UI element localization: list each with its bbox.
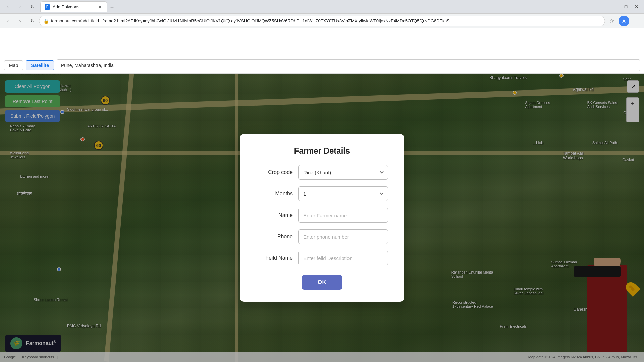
phone-row: Phone xyxy=(256,229,388,244)
crop-code-label: Crop code xyxy=(256,169,293,175)
browser-chrome: ‹ › ↻ P Add Polygons ✕ + ─ □ ✕ ‹ › ↻ 🔒 xyxy=(0,0,644,28)
nav-forward-btn[interactable]: › xyxy=(15,16,25,26)
ok-button[interactable]: OK xyxy=(302,275,343,290)
farmer-name-input[interactable] xyxy=(298,208,388,223)
browser-back-btn[interactable]: ‹ xyxy=(3,1,13,12)
modal-overlay: Farmer Details Crop code Rice (Kharif) W… xyxy=(0,74,644,362)
months-label: Months xyxy=(256,191,293,197)
browser-forward-btn[interactable]: › xyxy=(15,1,25,12)
window-controls: ‹ › ↻ xyxy=(3,1,38,12)
url-bar[interactable]: 🔒 farmonaut.com/add_field_iframe2.html?A… xyxy=(39,16,605,26)
extensions-btn[interactable]: ⋮ xyxy=(631,16,641,26)
map-satellite: BHEL AND DHARSAN Badi Dargah (HazratHisa… xyxy=(0,57,644,362)
phone-label: Phone xyxy=(256,234,293,240)
lock-icon: 🔒 xyxy=(43,18,49,24)
bookmark-btn[interactable]: ☆ xyxy=(606,16,617,26)
feild-name-row: Feild Name xyxy=(256,251,388,265)
feild-description-input[interactable] xyxy=(298,251,388,265)
name-label: Name xyxy=(256,212,293,218)
map-area: BHEL AND DHARSAN Badi Dargah (HazratHisa… xyxy=(0,40,644,362)
phone-input[interactable] xyxy=(298,229,388,244)
new-tab-btn[interactable]: + xyxy=(107,3,117,12)
feild-name-label: Feild Name xyxy=(256,255,293,261)
browser-reload-btn[interactable]: ↻ xyxy=(27,1,38,12)
minimize-btn[interactable]: ─ xyxy=(610,2,620,11)
profile-btn[interactable]: A xyxy=(619,16,629,26)
map-type-satellite-btn[interactable]: Satellite xyxy=(26,60,54,70)
tab-favicon: P xyxy=(45,4,50,10)
modal-title: Farmer Details xyxy=(256,146,388,156)
url-text: farmonaut.com/add_field_iframe2.html?API… xyxy=(51,18,601,23)
crop-code-select[interactable]: Rice (Kharif) Wheat Maize Cotton Soybean xyxy=(298,165,388,180)
tab-title: Add Polygons xyxy=(53,4,79,9)
crop-code-row: Crop code Rice (Kharif) Wheat Maize Cott… xyxy=(256,165,388,180)
address-bar: ‹ › ↻ 🔒 farmonaut.com/add_field_iframe2.… xyxy=(0,13,644,28)
nav-reload-btn[interactable]: ↻ xyxy=(27,16,38,26)
map-type-map-btn[interactable]: Map xyxy=(4,60,23,70)
map-top-bar: Map Satellite xyxy=(0,57,644,74)
months-select[interactable]: 1 2 3 4 5 6 xyxy=(298,186,388,201)
close-btn[interactable]: ✕ xyxy=(632,2,641,11)
farmer-details-modal: Farmer Details Crop code Rice (Kharif) W… xyxy=(240,134,404,302)
months-row: Months 1 2 3 4 5 6 xyxy=(256,186,388,201)
active-tab[interactable]: P Add Polygons ✕ xyxy=(40,1,107,12)
name-row: Name xyxy=(256,208,388,223)
maximize-btn[interactable]: □ xyxy=(621,2,631,11)
location-search-input[interactable] xyxy=(57,59,640,71)
nav-back-btn[interactable]: ‹ xyxy=(3,16,13,26)
title-bar: ‹ › ↻ P Add Polygons ✕ + ─ □ ✕ xyxy=(0,0,644,13)
tab-close-btn[interactable]: ✕ xyxy=(97,4,103,10)
